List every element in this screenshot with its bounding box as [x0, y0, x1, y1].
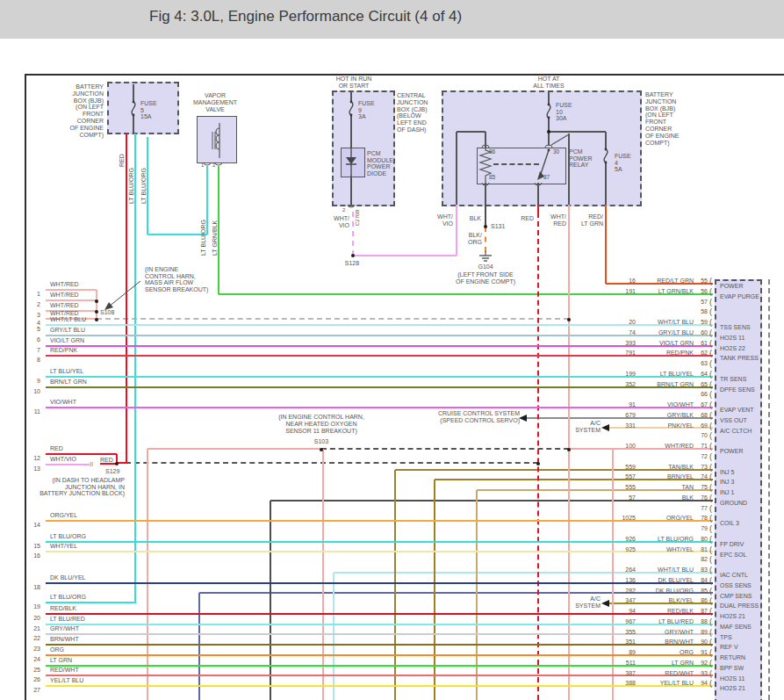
wiring-diagram-page: Fig 4: 3.0L, Engine Performance Circuit … — [0, 0, 784, 700]
diagram-symbols — [0, 0, 784, 700]
